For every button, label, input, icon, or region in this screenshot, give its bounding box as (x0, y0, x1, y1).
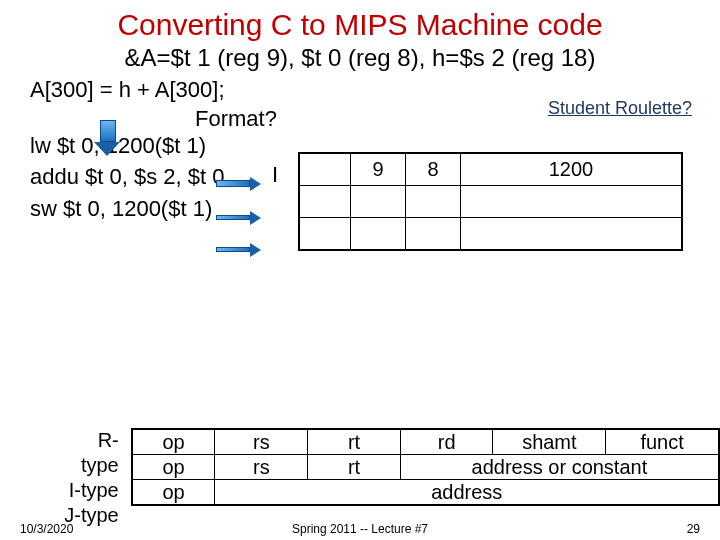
cell: op (132, 455, 215, 480)
format-layout-table: op rs rt rd shamt funct op rs rt address… (131, 428, 720, 506)
cell: rs (215, 429, 308, 455)
cell-op (299, 218, 351, 251)
cell: rd (400, 429, 493, 455)
cell-imm (461, 218, 683, 251)
format-label-i: I-type (60, 478, 119, 503)
format-table-wrap: R-type I-type J-type op rs rt rd shamt f… (60, 428, 720, 528)
cell: rt (308, 455, 401, 480)
cell-rt (406, 218, 461, 251)
table-row: op rs rt rd shamt funct (132, 429, 719, 455)
encoding-table: 9 8 1200 (298, 152, 683, 251)
table-row (299, 186, 682, 218)
arrow-down-icon (100, 120, 120, 156)
arrow-right-icon (216, 174, 261, 192)
cell: address (215, 480, 719, 506)
cell: op (132, 480, 215, 506)
cell: funct (606, 429, 719, 455)
cell: address or constant (400, 455, 719, 480)
cell-rs (351, 186, 406, 218)
slide-title: Converting C to MIPS Machine code (0, 0, 720, 42)
footer-date: 10/3/2020 (20, 522, 73, 536)
cell-rt (406, 186, 461, 218)
cell-rs (351, 218, 406, 251)
footer-page: 29 (687, 522, 700, 536)
arrow-right-icon (216, 208, 261, 226)
table-row: 9 8 1200 (299, 153, 682, 186)
student-roulette-link[interactable]: Student Roulette? (548, 98, 692, 119)
cell: shamt (493, 429, 606, 455)
cell-rt: 8 (406, 153, 461, 186)
cell: rs (215, 455, 308, 480)
slide-subtitle: &A=$t 1 (reg 9), $t 0 (reg 8), h=$s 2 (r… (0, 44, 720, 72)
cell: rt (308, 429, 401, 455)
cell-op (299, 186, 351, 218)
format-label: Format? (195, 106, 277, 132)
cell-imm (461, 186, 683, 218)
format-letter-1: I (272, 162, 278, 188)
cell-rs: 9 (351, 153, 406, 186)
table-row: op address (132, 480, 719, 506)
cell-imm: 1200 (461, 153, 683, 186)
cell: op (132, 429, 215, 455)
arrow-right-icon (216, 240, 261, 258)
footer-lecture: Spring 2011 -- Lecture #7 (292, 522, 428, 536)
table-row (299, 218, 682, 251)
table-row: op rs rt address or constant (132, 455, 719, 480)
cell-op (299, 153, 351, 186)
format-label-r: R-type (60, 428, 119, 478)
